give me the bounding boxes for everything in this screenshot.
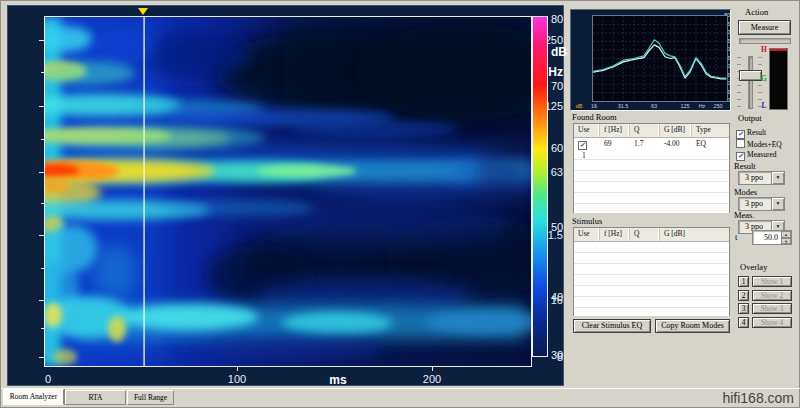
x-tick-200: 200	[423, 373, 441, 385]
meter-peak	[770, 49, 787, 51]
cbar-tick-50: 50	[551, 221, 563, 233]
response-graph-panel: 8075706560555045403530 dB 16 31.5 63 125…	[570, 9, 731, 111]
spectrogram-panel: 250 Hz 125 63 31.5 16 8 0 100 ms 200	[7, 5, 564, 386]
response-x-63: 63	[651, 103, 657, 109]
col-use: Use	[574, 228, 600, 241]
meter-label-high: H	[760, 45, 768, 54]
level-meter	[769, 48, 788, 110]
cbar-tick-30: 30	[551, 349, 563, 361]
output-slider-thumb[interactable]	[739, 70, 762, 81]
checkbox-result[interactable]: Result	[736, 128, 766, 139]
row-g: -4.00	[660, 138, 692, 149]
chevron-down-icon[interactable]: ▼	[771, 172, 784, 184]
row-q: 1.7	[630, 138, 660, 149]
copy-room-modes-button[interactable]: Copy Room Modes	[655, 319, 730, 333]
result-select-label: Result	[734, 161, 756, 171]
response-x-unit-hz: Hz	[699, 103, 706, 109]
col-g: G [dB]	[660, 228, 729, 241]
response-x-31-5: 31.5	[618, 103, 629, 109]
found-room-row-1[interactable]: 1 69 1.7 -4.00 EQ	[574, 138, 729, 149]
overlay-title: Overlay	[740, 262, 767, 272]
chevron-down-icon[interactable]: ▼	[771, 198, 784, 210]
col-g: G [dB]	[660, 124, 692, 137]
action-title: Action	[745, 7, 768, 17]
modes-select[interactable]: 3 ppo▼	[738, 197, 785, 211]
x-axis-unit: ms	[329, 373, 346, 387]
t-label: t	[735, 232, 737, 242]
overlay-4-button[interactable]: 4	[738, 317, 749, 328]
meter-label-mid: G	[760, 74, 768, 83]
measure-button[interactable]: Measure	[738, 20, 791, 35]
show-3-button[interactable]: Show 3	[752, 303, 792, 314]
app-window: 250 Hz 125 63 31.5 16 8 0 100 ms 200	[0, 0, 800, 408]
slider-ticks-left	[737, 57, 741, 107]
col-q: Q	[630, 124, 660, 137]
found-room-body: 1 69 1.7 -4.00 EQ	[574, 138, 729, 213]
tab-bar: Room Analyzer RTA Full Range	[1, 388, 800, 408]
output-slider-track[interactable]	[748, 56, 753, 109]
response-x-125: 125	[680, 103, 689, 109]
row-use-checkbox[interactable]	[578, 141, 587, 150]
tab-rta[interactable]: RTA	[65, 390, 126, 405]
row-f: 69	[600, 138, 630, 149]
col-f: f [Hz]	[600, 124, 630, 137]
response-plot	[592, 15, 728, 102]
found-room-title: Found Room	[572, 112, 617, 122]
checkbox-modes-eq[interactable]: Modes+EQ	[736, 139, 782, 149]
tab-full-range[interactable]: Full Range	[127, 390, 174, 405]
time-marker-handle[interactable]	[138, 8, 148, 15]
spin-down-icon[interactable]: ▼	[781, 238, 791, 245]
row-type: EQ	[692, 138, 729, 149]
stimulus-title: Stimulus	[572, 216, 602, 226]
cbar-tick-80: 80	[551, 13, 563, 25]
spectrogram-image	[45, 17, 531, 366]
show-1-button[interactable]: Show 1	[752, 276, 792, 287]
stimulus-table[interactable]: Use f [Hz] Q G [dB]	[573, 227, 730, 316]
found-room-header: Use f [Hz] Q G [dB] Type	[574, 124, 729, 138]
cbar-tick-60: 60	[551, 142, 563, 154]
meter-label-low: L	[760, 101, 768, 110]
response-x-16: 16	[591, 103, 597, 109]
t-spinner[interactable]: 50.0 ▲▼	[752, 230, 792, 245]
cbar-unit: dB	[551, 45, 567, 59]
show-4-button[interactable]: Show 4	[752, 317, 792, 328]
x-tick-100: 100	[228, 373, 246, 385]
response-x-unit-db: dB	[576, 103, 583, 109]
checkbox-measured[interactable]: Measured	[736, 150, 777, 161]
clear-stimulus-eq-button[interactable]: Clear Stimulus EQ	[573, 319, 651, 333]
modes-select-label: Modes	[734, 187, 757, 197]
overlay-1-button[interactable]: 1	[738, 276, 749, 287]
overlay-3-button[interactable]: 3	[738, 303, 749, 314]
x-tick-0: 0	[45, 373, 51, 385]
watermark: hifi168.com	[722, 390, 794, 406]
cbar-tick-70: 70	[551, 80, 563, 92]
spectrogram-plot[interactable]	[44, 16, 532, 367]
cbar-tick-40: 40	[551, 291, 563, 303]
response-x-250: 250	[713, 103, 722, 109]
col-q: Q	[630, 228, 660, 241]
measure-progressbar	[739, 38, 791, 44]
colorbar	[532, 16, 548, 357]
output-title: Output	[738, 113, 762, 123]
col-f: f [Hz]	[600, 228, 630, 241]
tab-room-analyzer[interactable]: Room Analyzer	[3, 389, 64, 405]
found-room-table[interactable]: Use f [Hz] Q G [dB] Type 1 69 1.7 -4.00 …	[573, 123, 730, 213]
meas-select-label: Meas.	[734, 210, 755, 220]
col-use: Use	[574, 124, 600, 137]
overlay-2-button[interactable]: 2	[738, 290, 749, 301]
stimulus-body	[574, 242, 729, 316]
stimulus-header: Use f [Hz] Q G [dB]	[574, 228, 729, 242]
col-type: Type	[692, 124, 729, 137]
show-2-button[interactable]: Show 2	[752, 290, 792, 301]
result-select[interactable]: 3 ppo▼	[738, 171, 785, 185]
